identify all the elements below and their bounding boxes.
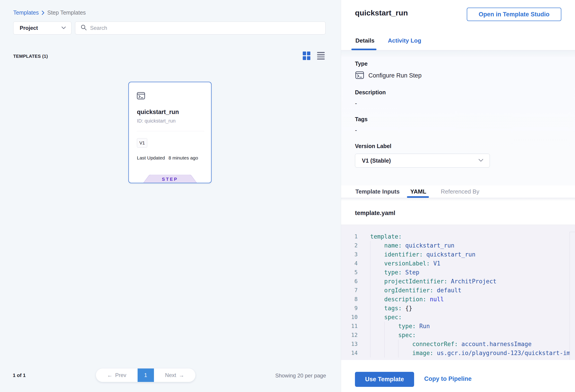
- yaml-code-line: 9tags: {}: [341, 304, 575, 313]
- subtab-yaml[interactable]: YAML: [410, 188, 426, 195]
- arrow-right-icon: →: [179, 372, 184, 378]
- indent-guide: [370, 313, 384, 322]
- yaml-code-line: 1template:: [341, 232, 575, 241]
- yaml-code-line: 7orgIdentifier: default: [341, 286, 575, 295]
- line-number: 10: [341, 313, 358, 322]
- page-count: 1 of 1: [13, 372, 25, 378]
- current-page-button[interactable]: 1: [138, 369, 154, 382]
- indent-guide: [370, 304, 384, 313]
- subtab-template-inputs[interactable]: Template Inputs: [355, 188, 400, 195]
- line-number: 7: [341, 286, 358, 295]
- active-tab-underline: [351, 49, 377, 50]
- run-step-terminal-icon: [137, 91, 145, 101]
- tags-value: -: [355, 127, 357, 134]
- indent-guide: [370, 259, 384, 268]
- indent-guide: [384, 322, 398, 331]
- line-number: 8: [341, 295, 358, 304]
- active-subtab-underline: [407, 196, 429, 198]
- version-label: Version Label: [355, 143, 391, 149]
- indent-guide: [384, 331, 398, 340]
- yaml-code-line: 4versionLabel: V1: [341, 259, 575, 268]
- grid-view-icon[interactable]: [303, 51, 311, 60]
- open-in-template-studio-button[interactable]: Open in Template Studio: [467, 8, 561, 21]
- line-number: 2: [341, 241, 358, 250]
- search-icon: [81, 24, 87, 32]
- copy-to-pipeline-link[interactable]: Copy to Pipeline: [424, 375, 472, 382]
- yaml-code-line: 3identifier: quickstart_run: [341, 250, 575, 259]
- search-input[interactable]: [90, 25, 321, 31]
- line-number: 14: [341, 348, 358, 358]
- line-number: 13: [341, 340, 358, 348]
- yaml-code-line: 6projectIdentifier: ArchitProject: [341, 277, 575, 286]
- line-number: 12: [341, 331, 358, 340]
- yaml-code-line: 10spec:: [341, 313, 575, 322]
- step-ribbon-label: STEP: [143, 177, 197, 182]
- version-badge: V1: [137, 138, 147, 148]
- line-number: 3: [341, 250, 358, 259]
- line-number: 1: [341, 232, 358, 241]
- card-divider: [137, 131, 204, 131]
- indent-guide: [398, 340, 412, 348]
- indent-guide: [370, 250, 384, 259]
- line-number: 6: [341, 277, 358, 286]
- yaml-code-line: 2name: quickstart_run: [341, 241, 575, 250]
- template-card[interactable]: quickstart_run ID: quickstart_run V1 Las…: [128, 82, 212, 183]
- indent-guide: [370, 277, 384, 286]
- tags-label: Tags: [355, 116, 368, 122]
- indent-guide: [370, 322, 384, 331]
- line-number: 5: [341, 268, 358, 277]
- line-number: 9: [341, 304, 358, 313]
- line-number: 4: [341, 259, 358, 268]
- step-ribbon: STEP: [143, 175, 197, 183]
- template-card-title: quickstart_run: [137, 109, 179, 115]
- yaml-code-line: 5type: Step: [341, 268, 575, 277]
- chevron-down-icon: [479, 159, 483, 163]
- search-box: [75, 22, 326, 34]
- yaml-code-line: 12spec:: [341, 331, 575, 340]
- type-value: Configure Run Step: [368, 72, 422, 79]
- type-label: Type: [355, 61, 368, 67]
- indent-guide: [370, 286, 384, 295]
- arrow-left-icon: ←: [107, 372, 113, 378]
- subtab-referenced-by[interactable]: Referenced By: [441, 188, 479, 195]
- last-updated-value: 8 minutes ago: [168, 155, 198, 161]
- yaml-code-line: 11type: Run: [341, 322, 575, 331]
- view-toggles: [303, 51, 325, 60]
- panel-title: quickstart_run: [355, 8, 408, 17]
- per-page-info: Showing 20 per page: [275, 372, 326, 379]
- indent-guide: [384, 348, 398, 358]
- pager: ← Prev 1 Next →: [96, 369, 195, 382]
- prev-page-button[interactable]: ← Prev: [96, 369, 138, 382]
- indent-guide: [370, 268, 384, 277]
- indent-guide: [370, 331, 384, 340]
- code-scrollbar-track[interactable]: [570, 232, 575, 360]
- indent-guide: [398, 348, 412, 358]
- description-value: -: [355, 100, 357, 107]
- next-page-button[interactable]: Next →: [154, 369, 196, 382]
- yaml-code-viewer[interactable]: 1template:2name: quickstart_run3identifi…: [341, 225, 575, 360]
- breadcrumb-templates-link[interactable]: Templates: [13, 9, 39, 16]
- yaml-code-line: 13connectorRef: account.harnessImage: [341, 340, 575, 348]
- yaml-file-name: template.yaml: [355, 210, 395, 217]
- template-details-panel: quickstart_run Open in Template Studio D…: [341, 0, 575, 392]
- breadcrumb: Templates Step Templates: [13, 9, 86, 16]
- use-template-button[interactable]: Use Template: [355, 372, 414, 387]
- list-view-icon[interactable]: [317, 52, 325, 60]
- version-select[interactable]: V1 (Stable): [355, 154, 490, 167]
- templates-count-header: TEMPLATES (1): [13, 54, 48, 59]
- template-card-id: ID: quickstart_run: [137, 118, 175, 124]
- run-step-terminal-icon: [355, 70, 364, 81]
- line-number: 11: [341, 322, 358, 331]
- tab-activity-log[interactable]: Activity Log: [388, 37, 421, 44]
- last-updated-row: Last Updated 8 minutes ago: [137, 155, 198, 161]
- tab-details[interactable]: Details: [355, 37, 374, 44]
- indent-guide: [370, 241, 384, 250]
- indent-guide: [384, 340, 398, 348]
- yaml-code-line: 14image: us.gcr.io/playground-123/quicks…: [341, 348, 575, 358]
- scope-filter-select[interactable]: Project: [13, 22, 72, 34]
- type-value-row: Configure Run Step: [355, 70, 422, 81]
- subtabs-divider-shade: [341, 198, 575, 201]
- last-updated-label: Last Updated: [137, 155, 165, 161]
- yaml-code-line: 8description: null: [341, 295, 575, 304]
- indent-guide: [370, 340, 384, 348]
